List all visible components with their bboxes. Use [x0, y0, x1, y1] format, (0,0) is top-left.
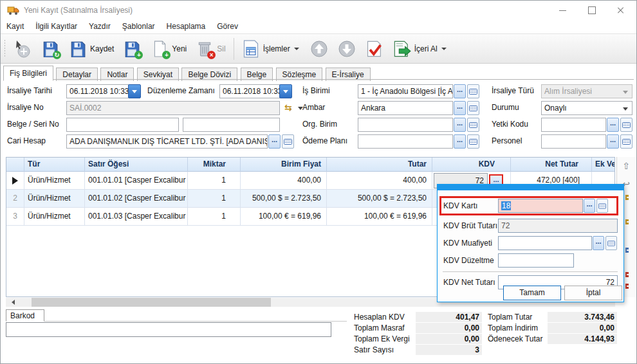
tamam-button[interactable]: Tamam: [503, 286, 561, 300]
move-up-button[interactable]: [308, 38, 331, 60]
scrollbar-thumb[interactable]: [32, 298, 271, 307]
operations-button[interactable]: İşlemler: [239, 38, 303, 60]
kdv-muafiyeti-field[interactable]: [498, 236, 592, 250]
cell-satir-ogesi[interactable]: 001.01.02 [Casper Excalibur …: [85, 190, 188, 208]
close-button[interactable]: [606, 1, 635, 20]
cell-tur[interactable]: Ürün/Hizmet: [24, 172, 85, 190]
kdv-muafiyeti-lookup-button[interactable]: ...: [593, 236, 604, 250]
delete-button[interactable]: × Sil: [193, 38, 227, 60]
yetki-kodu-field[interactable]: [541, 118, 606, 132]
belge-no-field[interactable]: [66, 118, 179, 132]
go-to-top-button[interactable]: ⇧: [620, 159, 632, 172]
cari-hesap-label: Cari Hesap: [7, 134, 46, 148]
is-birimi-lookup-button[interactable]: ...: [454, 84, 466, 98]
cell-miktar[interactable]: 1: [188, 208, 241, 226]
col-header-tutar[interactable]: Tutar: [327, 158, 432, 172]
minimize-button[interactable]: [548, 1, 577, 20]
col-header-birim-fiyat[interactable]: Birim Fiyat: [241, 158, 327, 172]
tab-detaylar[interactable]: Detaylar: [56, 68, 98, 81]
odeme-plani-field[interactable]: [358, 134, 453, 149]
org-birim-lookup-button[interactable]: ...: [454, 118, 466, 132]
cell-tutar[interactable]: 100,00 € = 619,96: [327, 208, 432, 226]
menu-sablonlar[interactable]: Şablonlar: [116, 20, 161, 33]
odeme-plani-keyboard-button[interactable]: [467, 134, 479, 149]
link-glyph-icon: [625, 283, 630, 289]
maximize-button[interactable]: [577, 1, 606, 20]
menu-gorev[interactable]: Görev: [211, 20, 244, 33]
cell-tur[interactable]: Ürün/Hizmet: [24, 208, 85, 226]
row-selector[interactable]: 2: [6, 190, 24, 208]
personel-field[interactable]: [541, 134, 606, 149]
save-button[interactable]: Kaydet: [66, 38, 116, 60]
cell-miktar[interactable]: 1: [188, 172, 241, 190]
save-refresh-button[interactable]: ↻: [39, 38, 62, 60]
tab-sevkiyat[interactable]: Sevkiyat: [137, 68, 179, 81]
yetki-kodu-keyboard-button[interactable]: [620, 118, 632, 132]
tab-sozlesme[interactable]: Sözleşme: [276, 68, 323, 81]
is-birimi-field[interactable]: 1 - İç Anadolu Bölgesi [İç Anad: [358, 84, 453, 98]
kdv-karti-field[interactable]: 18: [498, 199, 583, 213]
irsaliye-tarihi-dropdown-button[interactable]: [128, 84, 141, 98]
duzenleme-zamani-field[interactable]: 06.11.2018 10:33: [219, 84, 280, 98]
ambar-field[interactable]: Ankara: [358, 101, 453, 115]
cell-satir-ogesi[interactable]: 001.01.01 [Casper Excalibur …: [85, 172, 188, 190]
org-birim-keyboard-button[interactable]: [467, 118, 479, 132]
popup-title-bar[interactable]: [438, 185, 623, 190]
yetki-kodu-lookup-button[interactable]: ...: [607, 118, 619, 132]
seri-no-field[interactable]: [183, 118, 280, 132]
import-button[interactable]: İçeri Al: [391, 38, 450, 60]
menu-hesaplama[interactable]: Hesaplama: [161, 20, 212, 33]
irsaliye-tarihi-field[interactable]: 06.11.2018 10:33: [66, 84, 129, 98]
odeme-plani-lookup-button[interactable]: ...: [454, 134, 466, 149]
col-header-satir-ogesi[interactable]: Satır Öğesi: [85, 158, 188, 172]
menu-ilgili-kayitlar[interactable]: İlgili Kayıtlar: [30, 20, 83, 33]
row-selector[interactable]: [6, 172, 24, 190]
new-record-button[interactable]: [11, 38, 34, 60]
new-button[interactable]: + Yeni: [148, 38, 189, 60]
duzenleme-zamani-dropdown-button[interactable]: [279, 84, 292, 98]
tab-e-irsaliye[interactable]: E-İrsaliye: [326, 68, 371, 81]
org-birim-field[interactable]: [358, 118, 453, 132]
move-down-button[interactable]: [335, 38, 358, 60]
barkod-input[interactable]: [6, 322, 331, 337]
kdv-karti-keyboard-button[interactable]: [596, 199, 608, 213]
cell-tutar[interactable]: 500,00 $ = 2.723,50: [327, 190, 432, 208]
ambar-lookup-button[interactable]: ...: [454, 101, 466, 115]
menu-yazdir[interactable]: Yazdır: [83, 20, 116, 33]
durumu-select[interactable]: Onaylı: [541, 101, 632, 115]
cari-hesap-lookup-button[interactable]: ...: [268, 134, 281, 149]
cell-birim-fiyat[interactable]: 500,00 $ = 2.723,50: [241, 190, 327, 208]
tab-barkod[interactable]: Barkod: [6, 309, 44, 322]
ambar-keyboard-button[interactable]: [467, 101, 479, 115]
cell-tur[interactable]: Ürün/Hizmet: [24, 190, 85, 208]
approve-button[interactable]: [363, 38, 386, 60]
cell-birim-fiyat[interactable]: 400,00: [241, 172, 327, 190]
col-header-tur[interactable]: Tür: [24, 158, 85, 172]
tab-belge[interactable]: Belge: [241, 68, 273, 81]
auto-number-icon[interactable]: ⇆: [284, 101, 292, 114]
kdv-muafiyeti-keyboard-button[interactable]: [605, 236, 617, 250]
personel-keyboard-button[interactable]: [620, 134, 632, 149]
cari-hesap-keyboard-button[interactable]: [282, 134, 294, 149]
row-selector[interactable]: 3: [6, 208, 24, 226]
iptal-button[interactable]: İptal: [564, 286, 622, 300]
scroll-left-button[interactable]: [6, 298, 17, 307]
cell-satir-ogesi[interactable]: 001.01.03 [Casper Excalibur …: [85, 208, 188, 226]
col-header-ek-vergi[interactable]: Ek Verg: [592, 158, 614, 172]
menu-kayit[interactable]: Kayıt: [1, 20, 30, 33]
tab-belge-dovizi[interactable]: Belge Dövizi: [181, 68, 237, 81]
col-header-kdv[interactable]: KDV: [432, 158, 511, 172]
tab-notlar[interactable]: Notlar: [100, 68, 134, 81]
personel-lookup-button[interactable]: ...: [607, 134, 619, 149]
cell-tutar[interactable]: 400,00: [327, 172, 432, 190]
col-header-miktar[interactable]: Miktar: [188, 158, 241, 172]
tab-fis-bilgileri[interactable]: Fiş Bilgileri: [3, 66, 53, 81]
cell-miktar[interactable]: 1: [188, 190, 241, 208]
kdv-karti-lookup-button[interactable]: ...: [584, 199, 595, 213]
col-header-net-tutar[interactable]: Net Tutar: [511, 158, 592, 172]
cell-birim-fiyat[interactable]: 100,00 € = 619,96: [241, 208, 327, 226]
is-birimi-keyboard-button[interactable]: [467, 84, 479, 98]
save-and-new-button[interactable]: +: [120, 38, 143, 60]
kdv-duzeltme-field[interactable]: [498, 253, 574, 268]
cari-hesap-field[interactable]: ADA DANIŞMANLIK DIŞ TİCARET LTD. ŞTİ. [A…: [66, 134, 268, 149]
